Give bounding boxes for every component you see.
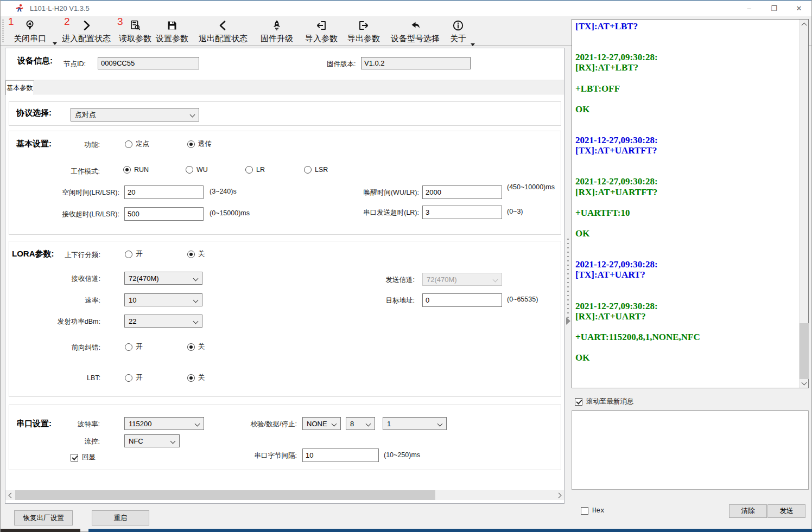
- window-top-border: [1, 0, 811, 1]
- chevron-right-icon: [556, 492, 561, 498]
- log-line: [575, 94, 796, 104]
- toolbar-button-about[interactable]: 关于: [449, 18, 467, 46]
- panel-splitter[interactable]: [565, 48, 572, 504]
- radio-mode-run[interactable]: RUN: [123, 166, 149, 174]
- app-window: L101-L-H20 V1.3.5 – ❐ ✕ 1 关闭串口 2: [0, 0, 812, 532]
- toolbar-gripper[interactable]: [2, 20, 4, 43]
- chevron-down-icon: [190, 112, 195, 118]
- tx-power-select[interactable]: 22: [124, 315, 202, 328]
- toolbar-button-import-params[interactable]: 导入参数: [304, 18, 338, 46]
- rx-channel-select[interactable]: 72(470M): [124, 272, 202, 285]
- lbt-label: LBT:: [35, 374, 100, 382]
- splitter-collapse-arrow[interactable]: [566, 317, 570, 325]
- radio-mode-wu[interactable]: WU: [186, 166, 208, 174]
- protocol-label: 协议选择:: [16, 108, 52, 118]
- radio-icon: [125, 343, 132, 351]
- parity-select[interactable]: NONE: [302, 417, 341, 430]
- toolbar-button-set-params[interactable]: 设置参数: [155, 18, 189, 46]
- chevron-left-icon: [217, 18, 230, 33]
- radio-mode-lsr[interactable]: LSR: [304, 166, 328, 174]
- radio-updown-on[interactable]: 开: [125, 249, 143, 259]
- horizontal-scrollbar-thumb[interactable]: [15, 490, 435, 500]
- byte-interval-field[interactable]: [302, 448, 379, 462]
- log-line: [TX]:AT+UART?: [575, 270, 796, 280]
- clear-button[interactable]: 清除: [729, 504, 767, 518]
- tx-channel-select: 72(470M): [422, 273, 502, 286]
- log-line: [575, 42, 796, 52]
- log-scroll-up-button[interactable]: [800, 20, 809, 29]
- log-line: [RX]:AT+LBT?: [575, 62, 796, 73]
- log-line: [TX]:AT+UARTFT?: [575, 145, 796, 156]
- radio-function-transparent[interactable]: 透传: [187, 139, 212, 149]
- close-button[interactable]: ✕: [786, 1, 811, 16]
- parity-data-stop-label: 校验/数据/停止:: [232, 420, 297, 429]
- toolbar-button-firmware-upgrade[interactable]: 固件升级: [260, 18, 294, 46]
- wake-time-label: 唤醒时间(WU/LR):: [299, 188, 419, 197]
- chevron-down-icon: [193, 298, 199, 303]
- toolbar-button-device-model-select[interactable]: 设备型号选择: [388, 18, 443, 46]
- chevron-down-icon: [170, 439, 176, 444]
- rate-select[interactable]: 10: [124, 293, 202, 306]
- chevron-right-icon: [80, 18, 93, 33]
- radio-fec-off[interactable]: 关: [187, 342, 205, 351]
- log-line: +UARTFT:10: [575, 208, 796, 218]
- title-bar: L101-L-H20 V1.3.5 – ❐ ✕: [1, 1, 811, 16]
- maximize-button[interactable]: ❐: [762, 1, 786, 16]
- checkbox-checked-icon: [575, 398, 582, 406]
- log-scroll-down-button[interactable]: [800, 379, 809, 388]
- toolbar-button-enter-config[interactable]: 2 进入配置状态: [56, 18, 116, 46]
- tab-basic-params[interactable]: 基本参数: [5, 80, 34, 95]
- protocol-select[interactable]: 点对点: [71, 108, 199, 121]
- tx-power-label: 发射功率dBm:: [35, 317, 100, 326]
- stop-bits-select[interactable]: 1: [383, 417, 447, 430]
- send-input[interactable]: [572, 411, 809, 490]
- flow-control-label: 流控:: [35, 437, 100, 446]
- baud-rate-select[interactable]: 115200: [124, 417, 204, 430]
- uart-tx-timeout-field[interactable]: [422, 206, 502, 219]
- radio-function-fixed[interactable]: 定点: [125, 139, 149, 149]
- log-line: [575, 166, 796, 176]
- about-dropdown-caret[interactable]: [471, 43, 475, 46]
- scroll-left-button[interactable]: [5, 490, 15, 500]
- flow-control-select[interactable]: NFC: [124, 434, 180, 447]
- radio-lbt-on[interactable]: 开: [125, 373, 143, 382]
- idle-time-field[interactable]: [124, 185, 204, 199]
- echo-checkbox[interactable]: 回显: [71, 453, 96, 462]
- log-line: +LBT:OFF: [575, 84, 796, 94]
- radio-fec-on[interactable]: 开: [125, 342, 143, 351]
- log-scrollbar[interactable]: [799, 20, 808, 388]
- firmware-version-field[interactable]: [361, 57, 471, 69]
- radio-mode-lr[interactable]: LR: [245, 166, 265, 174]
- chevron-down-icon: [437, 421, 443, 427]
- restart-button[interactable]: 重启: [92, 510, 149, 525]
- undo-arrow-icon: [409, 18, 422, 33]
- log-line: OK: [575, 228, 796, 239]
- info-icon: [452, 18, 465, 33]
- toolbar-button-export-params[interactable]: 导出参数: [347, 18, 380, 46]
- toolbar-button-exit-config[interactable]: 退出配置状态: [193, 18, 253, 46]
- horizontal-scrollbar[interactable]: [5, 490, 564, 500]
- minimize-button[interactable]: –: [737, 1, 762, 16]
- node-id-field[interactable]: [98, 57, 199, 69]
- send-button[interactable]: 发送: [767, 504, 805, 518]
- radio-lbt-off[interactable]: 关: [187, 373, 205, 382]
- log-line: [575, 31, 796, 42]
- target-address-field[interactable]: [422, 293, 502, 307]
- hex-checkbox[interactable]: Hex: [581, 507, 605, 515]
- app-logo-icon: [15, 4, 24, 13]
- toolbar-button-read-params[interactable]: 3 读取参数: [118, 18, 152, 46]
- radio-updown-off[interactable]: 关: [187, 249, 205, 259]
- radio-checked-icon: [187, 140, 195, 148]
- chevron-down-icon: [332, 421, 337, 427]
- toolbar-button-close-serial[interactable]: 1 关闭串口: [8, 18, 52, 46]
- factory-reset-button[interactable]: 恢复出厂设置: [14, 510, 73, 525]
- log-scrollbar-thumb[interactable]: [800, 323, 809, 379]
- rx-timeout-field[interactable]: [124, 207, 204, 221]
- data-bits-select[interactable]: 8: [346, 417, 375, 430]
- scroll-right-button[interactable]: [555, 490, 564, 500]
- step-badge-1: 1: [8, 16, 14, 27]
- chevron-down-icon: [193, 276, 199, 281]
- baud-rate-label: 波特率:: [35, 420, 100, 429]
- wake-time-field[interactable]: [422, 185, 502, 199]
- scroll-to-latest-checkbox[interactable]: 滚动至最新消息: [575, 397, 634, 406]
